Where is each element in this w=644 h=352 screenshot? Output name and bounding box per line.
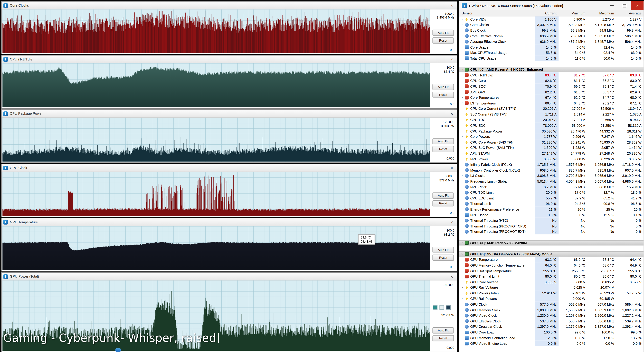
expand-chevron-icon[interactable]: › — [460, 174, 464, 178]
sensor-row[interactable]: NPU Clock0.2 MHz0.2 MHz800.0 MHz15.9 MHz — [459, 184, 644, 190]
close-icon[interactable]: × — [448, 57, 455, 62]
sensor-row[interactable]: GPU Effective Clock537.8 MHz506.7 MHz586… — [459, 318, 644, 324]
expand-chevron-icon[interactable]: › — [460, 96, 464, 99]
sensor-row[interactable]: GPU Core Load100.0 %99.0 %100.0 %99.0 % — [459, 329, 644, 335]
sensor-row[interactable]: Total CPU Usage14.5 %11.0 %50.0 %14.0 % — [459, 56, 644, 61]
sensor-row[interactable]: APU STAPM27.149 W24.778 W27.248 W26.826 … — [459, 151, 644, 156]
sensor-row[interactable]: ›Core Effective Clocks636.9 MHz20.0 MHz4… — [459, 33, 644, 39]
sensor-row[interactable]: Thermal Throttling (PROCHOT EXT)NoNoNo0 … — [459, 229, 644, 234]
maximize-button[interactable] — [618, 1, 631, 10]
sensor-group-header[interactable]: ›GPU [#1]: AMD Radeon 880M/890M — [459, 240, 644, 246]
sensor-row[interactable]: APU GFX62.2 °C61.6 °C66.3 °C62.9 °C — [459, 89, 644, 95]
sensor-row[interactable]: ›Core Powers1.787 W0.296 W7.247 W1.646 W — [459, 134, 644, 139]
sensor-row[interactable]: GPU Clock577.0 MHz502.0 MHz667.0 MHz589.… — [459, 301, 644, 307]
expand-chevron-icon[interactable]: › — [460, 252, 464, 256]
column-sensor[interactable]: Sensor — [459, 11, 535, 15]
sensor-row[interactable]: ›L3 Temperatures66.4 °C64.8 °C76.2 °C67.… — [459, 100, 644, 106]
panel-titlebar[interactable]: i Core Clocks × — [2, 2, 457, 10]
auto-fit-button[interactable]: Auto Fit — [432, 30, 454, 36]
sensor-row[interactable]: GPU Memory Controller Load12.0 %10.0 %17… — [459, 335, 644, 341]
sensor-row[interactable]: GPU Memory Clock1,803.3 MHz1,500.2 MHz1,… — [459, 307, 644, 313]
sensor-row[interactable]: CPU Core Power (SVI3 TFN)31.296 W25.241 … — [459, 139, 644, 145]
sensor-row[interactable]: SoC Current (SVI3 TFN)1.711 A1.514 A2.22… — [459, 111, 644, 117]
column-maximum[interactable]: Maximum — [587, 10, 616, 16]
close-icon[interactable]: × — [448, 111, 455, 116]
sensor-row[interactable]: GPU Memory Junction Temperature64.0 °C64… — [459, 262, 644, 268]
close-button[interactable]: × — [631, 1, 644, 10]
sensor-row[interactable]: ›Core Clocks3,407.6 MHz1,502.3 MHz5,120.… — [459, 22, 644, 28]
panel-titlebar[interactable]: i GPU Temperature × — [2, 218, 457, 226]
sensor-row[interactable]: NPU Power0.000 W0.000 W0.226 W0.002 W — [459, 156, 644, 162]
sensor-row[interactable]: Thermal Throttling (PROCHOT CPU)NoNoNo0 … — [459, 223, 644, 229]
sensor-row[interactable]: CPU Package Power30.030 W25.476 W44.332 … — [459, 128, 644, 134]
sensor-row[interactable]: Bus Clock99.8 MHz99.8 MHz99.8 MHz99.8 MH… — [459, 28, 644, 33]
panel-titlebar[interactable]: i GPU Power (Total) × — [2, 273, 457, 280]
sensor-row[interactable]: GPU Video Clock1,230.0 MHz1,207.0 MHz1,2… — [459, 313, 644, 318]
sensor-row[interactable]: ›L3 Clocks3,898.5 MHz2,702.5 MHz5,065.6 … — [459, 173, 644, 179]
sensor-row[interactable]: Energy Performance Preference21 %20 %25 … — [459, 207, 644, 212]
expand-chevron-icon[interactable]: › — [460, 101, 464, 105]
sensor-row[interactable]: CPU Core82.6 °C81.1 °C85.8 °C83.0 °C — [459, 78, 644, 84]
sensor-row[interactable]: GPU Core Voltage0.635 V0.600 V0.635 V0.6… — [459, 279, 644, 285]
auto-fit-button[interactable]: Auto Fit — [432, 327, 454, 333]
sensor-row[interactable]: ›Core Usage14.5 %0.0 %92.4 %14.0 % — [459, 44, 644, 50]
reset-button[interactable]: Reset — [432, 146, 454, 152]
column-current[interactable]: Current — [535, 10, 558, 16]
expand-chevron-icon[interactable]: › — [460, 135, 464, 138]
sensor-row[interactable]: GPU Power (Total)52.911 W39.401 W76.523 … — [459, 290, 644, 296]
close-icon[interactable]: × — [448, 220, 455, 224]
sensor-group-header[interactable]: ›GPU [#0]: NVIDIA GeForce RTX 5090 Max-Q… — [459, 251, 644, 257]
sensor-row[interactable]: ›GPU Rail Voltages0.625 V20.074 V — [459, 285, 644, 290]
sensor-row[interactable]: Max CPU/Thread Usage53.5 %34.0 %92.4 %63… — [459, 50, 644, 56]
sensor-row[interactable]: Thermal Throttling (HTC)NoNoNo0 % — [459, 218, 644, 223]
auto-fit-button[interactable]: Auto Fit — [432, 138, 454, 144]
sensor-row[interactable]: CPU EDC78.000 A53.000 A91.250 A58.310 A — [459, 123, 644, 128]
expand-chevron-icon[interactable]: › — [460, 17, 464, 21]
sensor-row[interactable]: ›GPU Rail Powers0.000 W69.485 W — [459, 296, 644, 301]
sensor-row[interactable]: Thermal Limit96.0 %94.3 %99.8 %96.5 % — [459, 201, 644, 207]
reset-button[interactable]: Reset — [432, 335, 454, 341]
expand-chevron-icon[interactable]: › — [460, 286, 464, 289]
sensor-row[interactable]: CPU Core Current (SVI3 TFN)20.206 A17.00… — [459, 106, 644, 111]
sensor-row[interactable]: GPU Hot Spot Temperature255.0 °C255.0 °C… — [459, 268, 644, 274]
column-average[interactable]: Average — [616, 10, 644, 16]
sensor-row[interactable]: GPU Video Engine Load0.0 %0.0 %0.0 %0.0 … — [459, 341, 644, 346]
window-titlebar[interactable]: i HWiNFO® 32 v8.16-5600 Sensor Status [1… — [459, 1, 644, 10]
minimize-button[interactable] — [605, 1, 618, 10]
panel-titlebar[interactable]: i CPU Package Power × — [2, 110, 457, 118]
sensor-row[interactable]: CPU TDC Limit20.0 %17.0 %32.7 %18.9 % — [459, 190, 644, 195]
reset-button[interactable]: Reset — [432, 37, 454, 44]
expand-chevron-icon[interactable]: › — [460, 297, 464, 301]
sensor-row[interactable]: ›Core VIDs1.106 V0.900 V1.275 V1.227 V — [459, 17, 644, 22]
close-icon[interactable]: × — [448, 3, 455, 8]
sensor-row[interactable]: Frequency Limit - Global5,013.4 MHz4,504… — [459, 179, 644, 184]
close-icon[interactable]: × — [448, 274, 455, 279]
sensor-row[interactable]: GPU Crossbar Clock1,297.0 MHz1,275.0 MHz… — [459, 324, 644, 329]
sensor-row[interactable]: Average Effective Clock636.9 MHz487.2 MH… — [459, 39, 644, 44]
expand-chevron-icon[interactable]: › — [460, 45, 464, 49]
sensor-row[interactable]: GPU Temperature63.2 °C63.0 °C67.3 °C64.4… — [459, 257, 644, 262]
sensor-row[interactable]: Memory Controller Clock (UCLK)908.5 MHz8… — [459, 167, 644, 173]
expand-chevron-icon[interactable]: › — [460, 241, 464, 245]
sensor-row[interactable]: CPU (Tctl/Tdie)83.4 °C81.9 °C87.0 °C83.8… — [459, 72, 644, 78]
expand-chevron-icon[interactable]: › — [460, 68, 464, 72]
panel-titlebar[interactable]: i CPU (Tctl/Tdie) × — [2, 56, 457, 63]
sensor-row[interactable]: ›Core Temperatures67.4 °C62.0 °C84.7 °C6… — [459, 95, 644, 100]
taskbar-peek-icon[interactable] — [115, 348, 120, 352]
column-header-row[interactable]: Sensor Current Minimum Maximum Average — [459, 10, 644, 17]
auto-fit-button[interactable]: Auto Fit — [432, 84, 454, 90]
panel-titlebar[interactable]: i GPU Clock × — [2, 164, 457, 172]
expand-chevron-icon[interactable]: › — [460, 34, 464, 38]
sensor-row[interactable]: NPU Usage0.0 %0.0 %13.5 %0.1 % — [459, 212, 644, 218]
sensor-row[interactable]: CPU TDC20.016 A17.021 A32.669 A18.944 A — [459, 117, 644, 123]
expand-chevron-icon[interactable]: › — [460, 23, 464, 27]
reset-button[interactable]: Reset — [432, 255, 454, 261]
sensor-group-header[interactable]: ›CPU [#0]: AMD Ryzen AI 9 HX 370: Enhanc… — [459, 67, 644, 72]
sensor-row[interactable]: Infinity Fabric Clock (FCLK)1,735.6 MHz1… — [459, 162, 644, 167]
auto-fit-button[interactable]: Auto Fit — [432, 247, 454, 253]
reset-button[interactable]: Reset — [432, 92, 454, 98]
sensor-row[interactable]: CPU EDC Limit55.7 %37.9 %65.2 %41.7 % — [459, 195, 644, 201]
column-minimum[interactable]: Minimum — [558, 10, 587, 16]
sensor-row[interactable]: CPU SOC70.9 °C69.6 °C75.3 °C71.4 °C — [459, 84, 644, 89]
reset-button[interactable]: Reset — [432, 200, 454, 206]
